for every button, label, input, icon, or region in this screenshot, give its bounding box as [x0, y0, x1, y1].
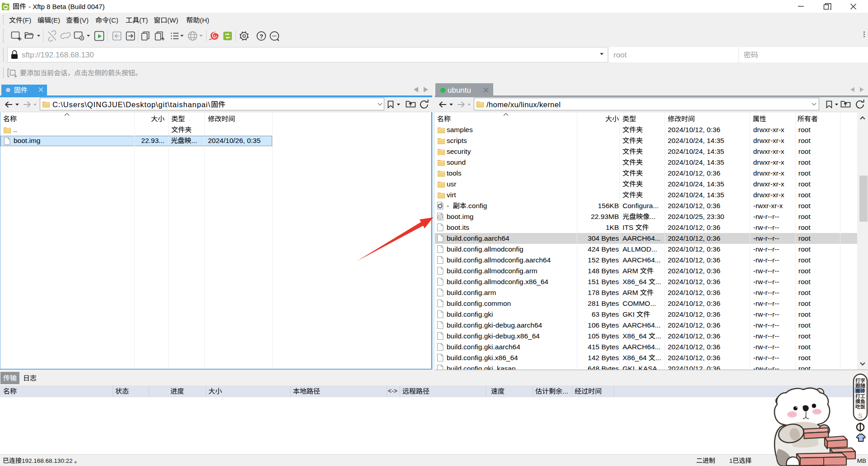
- svg-text:-rw-r--r--: -rw-r--r--: [753, 223, 779, 231]
- svg-text:2024/10/12, 0:36: 2024/10/12, 0:36: [668, 202, 720, 209]
- svg-text:...: ...: [191, 137, 197, 144]
- svg-text:2024/10/12, 0:36: 2024/10/12, 0:36: [668, 169, 720, 177]
- svg-text:root: root: [798, 332, 811, 340]
- svg-text:2024/10/12, 0:36: 2024/10/12, 0:36: [668, 126, 720, 133]
- svg-text:root: root: [798, 300, 811, 307]
- svg-text:build.config.aarch64: build.config.aarch64: [447, 234, 509, 242]
- svg-text:424 Bytes: 424 Bytes: [588, 245, 619, 253]
- svg-text:boot.its: boot.its: [447, 223, 469, 231]
- svg-text:2024/10/12, 0:36: 2024/10/12, 0:36: [668, 365, 720, 372]
- svg-text:2024/10/12, 0:36: 2024/10/12, 0:36: [668, 300, 720, 307]
- svg-text:usr: usr: [447, 180, 457, 188]
- svg-text:X86_64: X86_64: [623, 278, 647, 285]
- svg-text:2024/10/12, 0:36: 2024/10/12, 0:36: [668, 343, 720, 351]
- svg-text:root: root: [798, 365, 811, 372]
- svg-text:2024/10/24, 14:35: 2024/10/24, 14:35: [668, 158, 724, 166]
- svg-text:X86_64: X86_64: [623, 332, 647, 340]
- svg-text:build.config.common: build.config.common: [447, 300, 511, 307]
- svg-text:2024/10/12, 0:36: 2024/10/12, 0:36: [668, 223, 720, 231]
- svg-text:build.config.gki.x86_64: build.config.gki.x86_64: [447, 354, 518, 361]
- svg-text:drwxr-xr-x: drwxr-xr-x: [753, 126, 784, 133]
- svg-text:root: root: [798, 191, 811, 199]
- svg-text:22.93...: 22.93...: [141, 137, 165, 144]
- svg-text:sftp://192.168.68.130: sftp://192.168.68.130: [22, 51, 94, 59]
- svg-text:ALLMOD...: ALLMOD...: [623, 245, 657, 253]
- svg-text:root: root: [798, 137, 811, 144]
- svg-text:2024/10/12, 0:36: 2024/10/12, 0:36: [668, 321, 720, 329]
- svg-text:boot.img: boot.img: [14, 137, 40, 144]
- svg-text:S: S: [858, 412, 863, 419]
- svg-text:root: root: [798, 213, 811, 220]
- svg-text:(F): (F): [23, 16, 31, 24]
- svg-text:AARCH64...: AARCH64...: [623, 343, 660, 351]
- svg-text:2024/10/26, 0:35: 2024/10/26, 0:35: [208, 137, 260, 144]
- svg-text:...: ...: [656, 332, 661, 340]
- svg-text:2024/10/12, 0:36: 2024/10/12, 0:36: [668, 234, 720, 242]
- svg-text:2024/10/12, 0:36: 2024/10/12, 0:36: [668, 332, 720, 340]
- svg-text:?: ?: [259, 33, 263, 40]
- svg-text:2024/10/12, 0:36: 2024/10/12, 0:36: [668, 245, 720, 253]
- svg-text:root: root: [613, 51, 627, 59]
- svg-text:drwxr-xr-x: drwxr-xr-x: [753, 147, 784, 155]
- svg-text:C:\Users\QINGJUE\Desktop\git\t: C:\Users\QINGJUE\Desktop\git\taishanpai\: [52, 100, 211, 109]
- svg-text:..: ..: [13, 126, 17, 133]
- svg-text:GKI_KASA...: GKI_KASA...: [623, 365, 663, 372]
- svg-text:-: -: [447, 202, 449, 209]
- svg-text:192.168.68.130:22: 192.168.68.130:22: [22, 457, 73, 464]
- svg-text:105 Bytes: 105 Bytes: [588, 332, 619, 340]
- svg-text:-rw-r--r--: -rw-r--r--: [753, 354, 779, 361]
- svg-text:(C): (C): [109, 16, 118, 24]
- svg-text:sound: sound: [447, 158, 466, 166]
- svg-text:root: root: [798, 289, 811, 296]
- svg-text:142 Bytes: 142 Bytes: [588, 354, 619, 361]
- svg-text:root: root: [798, 147, 811, 155]
- svg-text:148 Bytes: 148 Bytes: [588, 267, 619, 275]
- svg-text:1: 1: [729, 457, 733, 464]
- svg-text:2024/10/12, 0:36: 2024/10/12, 0:36: [668, 289, 720, 296]
- svg-text:178 Bytes: 178 Bytes: [588, 289, 619, 296]
- svg-text:(H): (H): [200, 16, 209, 24]
- svg-text:root: root: [798, 267, 811, 275]
- svg-text:build.config.gki_kasan: build.config.gki_kasan: [447, 365, 516, 372]
- svg-text:151 Bytes: 151 Bytes: [588, 278, 619, 285]
- svg-text:-rw-r--r--: -rw-r--r--: [753, 267, 779, 275]
- svg-text:ITS: ITS: [623, 223, 633, 231]
- svg-text:1KB: 1KB: [606, 223, 619, 231]
- svg-text:root: root: [798, 158, 811, 166]
- svg-text:scripts: scripts: [447, 137, 467, 144]
- svg-text:root: root: [798, 256, 811, 264]
- svg-text:2024/10/12, 0:36: 2024/10/12, 0:36: [668, 256, 720, 264]
- svg-text:root: root: [798, 126, 811, 133]
- svg-text:virt: virt: [447, 191, 456, 199]
- svg-text:-rw-r--r--: -rw-r--r--: [753, 213, 779, 220]
- svg-text:tools: tools: [447, 169, 462, 177]
- svg-text:-rw-r--r--: -rw-r--r--: [753, 310, 779, 318]
- svg-text:22.93MB: 22.93MB: [591, 213, 619, 220]
- svg-text:root: root: [798, 245, 811, 253]
- svg-text:-rw-r--r--: -rw-r--r--: [753, 256, 779, 264]
- svg-text:GKI: GKI: [623, 310, 635, 318]
- svg-text:-rw-r--r--: -rw-r--r--: [753, 365, 779, 372]
- svg-text:root: root: [798, 343, 811, 351]
- svg-text:156KB: 156KB: [598, 202, 619, 209]
- svg-text:2024/10/24, 14:35: 2024/10/24, 14:35: [668, 191, 724, 199]
- svg-text:drwxr-xr-x: drwxr-xr-x: [753, 169, 784, 177]
- svg-text:-rw-r--r--: -rw-r--r--: [753, 245, 779, 253]
- svg-text:-rw-r--r--: -rw-r--r--: [753, 278, 779, 285]
- svg-text:2024/10/24, 14:35: 2024/10/24, 14:35: [668, 147, 724, 155]
- svg-text:ARM: ARM: [623, 289, 638, 296]
- svg-text:samples: samples: [447, 126, 473, 133]
- svg-text:MB: MB: [857, 457, 866, 464]
- svg-text:root: root: [798, 180, 811, 188]
- svg-text:ARM: ARM: [623, 267, 638, 275]
- svg-text:-rw-r--r--: -rw-r--r--: [753, 343, 779, 351]
- svg-text:2024/10/25, 23:30: 2024/10/25, 23:30: [668, 213, 724, 220]
- svg-text:drwxr-xr-x: drwxr-xr-x: [753, 180, 784, 188]
- svg-text:<->: <->: [388, 387, 397, 395]
- svg-text:AARCH64...: AARCH64...: [623, 234, 660, 242]
- svg-text:2024/10/12, 0:36: 2024/10/12, 0:36: [668, 278, 720, 285]
- svg-text:build.config.allmodconfig.aarc: build.config.allmodconfig.aarch64: [447, 256, 551, 264]
- svg-text:root: root: [798, 169, 811, 177]
- svg-text:(T): (T): [139, 16, 148, 24]
- svg-text:-rw-r--r--: -rw-r--r--: [753, 332, 779, 340]
